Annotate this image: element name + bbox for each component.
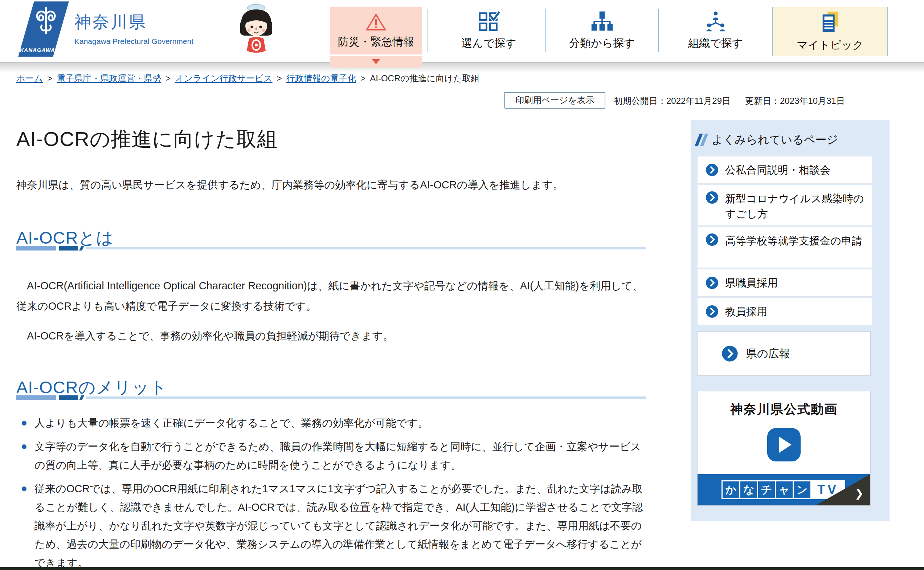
double-slash-icon [697, 133, 706, 146]
page-title: AI-OCRの推進に向けた取組 [16, 126, 278, 153]
bullet-icon [22, 486, 26, 491]
heading-rule [16, 245, 646, 251]
circle-chevron-icon [705, 191, 719, 204]
list-item-text: 人よりも大量の帳票を速く正確にデータ化することで、業務の効率化が可能です。 [34, 414, 428, 432]
banner-char-box: ン [792, 480, 811, 499]
circle-chevron-icon [705, 233, 719, 246]
nav-choose-label: 選んで探す [461, 36, 516, 51]
sidebar-item-label: 公私合同説明・相談会 [725, 162, 831, 178]
sidebar-item-label: 県職員採用 [725, 275, 778, 290]
circle-chevron-icon [722, 345, 738, 362]
popular-pages-list: 公私合同説明・相談会 新型コロナウイルス感染時のすごし方 高等学校等就学支援金の… [691, 156, 872, 325]
kanagawa-emblem-icon [34, 6, 58, 35]
print-page-button[interactable]: 印刷用ページを表示 [505, 92, 605, 109]
nav-mytopic-label: マイトピック [797, 38, 863, 53]
header-shadow-band [0, 63, 924, 72]
nav-category-label: 分類から探す [569, 36, 635, 51]
prefecture-pr-link[interactable]: 県の広報 [697, 331, 870, 376]
breadcrumb-link-online-services[interactable]: オンライン行政サービス [175, 73, 272, 84]
paragraph: AI-OCR(Artificial Intelligence Optical C… [16, 276, 650, 316]
nav-choose[interactable]: 選んで探す [433, 0, 545, 61]
sidebar-item-teacher-recruitment[interactable]: 教員採用 [697, 298, 872, 325]
official-video-widget[interactable]: 神奈川県公式動画 か な チ ャ ン TV ❯ [697, 391, 870, 506]
sidebar-item-joint-briefing[interactable]: 公私合同説明・相談会 [697, 156, 872, 184]
bullet-icon [22, 444, 26, 449]
nav-emergency[interactable]: 防災・緊急情報 [330, 7, 422, 54]
nav-emergency-expander[interactable] [330, 56, 422, 67]
grid-check-icon [477, 11, 500, 32]
sidebar-item-tuition-support[interactable]: 高等学校等就学支援金の申請 [697, 227, 872, 268]
popular-pages-title: よくみられているページ [712, 132, 838, 147]
site-name-japanese: 神奈川県 [74, 11, 193, 34]
sidebar-item-covid[interactable]: 新型コロナウイルス感染時のすごし方 [697, 185, 872, 226]
breadcrumb-link-home[interactable]: ホーム [16, 73, 43, 84]
play-icon [779, 437, 791, 453]
warning-triangle-icon [366, 13, 387, 32]
intro-paragraph: 神奈川県は、質の高い県民サービスを提供するため、庁内業務等の効率化に寄与するAI… [16, 177, 648, 193]
play-button[interactable] [767, 428, 801, 461]
site-header: KANAGAWA 神奈川県 Kanagawa Prefectural Gover… [0, 0, 924, 63]
updated-date: 更新日：2023年10月31日 [745, 95, 845, 107]
kanagawa-logo[interactable]: KANAGAWA [18, 2, 69, 57]
heading-rule [16, 395, 646, 400]
sidebar-item-label: 高等学校等就学支援金の申請 [725, 233, 862, 248]
list-item: 文字等のデータ化を自動で行うことができるため、職員の作業時間を大幅に短縮すると同… [22, 437, 650, 475]
circle-chevron-icon [705, 276, 719, 290]
nav-organization-label: 組織で探す [688, 36, 743, 51]
nav-emergency-label: 防災・緊急情報 [338, 34, 414, 49]
document-icon [820, 11, 841, 34]
nav-mytopic[interactable]: マイトピック [772, 7, 888, 56]
nav-divider [428, 9, 428, 52]
chevron-right-icon: ❯ [855, 487, 864, 500]
footer-top-bar [0, 567, 924, 570]
banner-char-box: な [739, 480, 758, 499]
breadcrumb-separator: > [360, 74, 366, 84]
sidebar-item-label: 新型コロナウイルス感染時のすごし方 [725, 191, 868, 221]
nav-organization[interactable]: 組織で探す [659, 0, 772, 61]
video-widget-title: 神奈川県公式動画 [698, 401, 870, 418]
breadcrumb: ホーム > 電子県庁・県政運営・県勢 > オンライン行政サービス > 行政情報の… [16, 73, 480, 84]
organization-people-icon [704, 11, 727, 32]
breadcrumb-current: AI-OCRの推進に向けた取組 [370, 73, 479, 84]
banner-char-box: ャ [775, 480, 794, 499]
category-tree-icon [591, 11, 613, 32]
site-name-english: Kanagawa Prefectural Government [74, 37, 193, 46]
breadcrumb-separator: > [277, 74, 282, 84]
bullet-icon [22, 421, 26, 426]
breadcrumb-link-digitalization[interactable]: 行政情報の電子化 [286, 73, 356, 84]
site-logo-text[interactable]: 神奈川県 Kanagawa Prefectural Government [74, 11, 193, 46]
merit-list: 人よりも大量の帳票を速く正確にデータ化することで、業務の効率化が可能です。 文字… [22, 414, 650, 570]
circle-chevron-icon [705, 163, 719, 176]
chevron-down-icon [372, 59, 380, 64]
breadcrumb-link-egov[interactable]: 電子県庁・県政運営・県勢 [57, 73, 161, 84]
paragraph: AI-OCRを導入することで、事務の効率化や職員の負担軽減が期待できます。 [16, 326, 650, 346]
kanachan-tv-banner[interactable]: か な チ ャ ン TV ❯ [698, 474, 870, 506]
sidebar-item-staff-recruitment[interactable]: 県職員採用 [697, 269, 872, 297]
page: KANAGAWA 神奈川県 Kanagawa Prefectural Gover… [0, 0, 924, 570]
sidebar-item-label: 教員採用 [725, 304, 767, 319]
mascot-character [236, 2, 277, 60]
list-item-text: 文字等のデータ化を自動で行うことができるため、職員の作業時間を大幅に短縮すると同… [34, 437, 650, 475]
prefecture-pr-label: 県の広報 [746, 346, 790, 361]
nav-divider [658, 9, 659, 52]
banner-char-box: か [722, 480, 740, 499]
banner-char-box: チ [757, 480, 776, 499]
circle-chevron-icon [705, 305, 719, 318]
breadcrumb-separator: > [165, 74, 171, 84]
list-item-text: 従来のOCRでは、専用のOCR用紙に印刷された1マス1マスに1文字ずつ記入するこ… [34, 480, 650, 570]
list-item: 従来のOCRでは、専用のOCR用紙に印刷された1マス1マスに1文字ずつ記入するこ… [22, 480, 650, 570]
breadcrumb-separator: > [47, 74, 52, 84]
popular-pages-heading: よくみられているページ [691, 120, 890, 156]
list-item: 人よりも大量の帳票を速く正確にデータ化することで、業務の効率化が可能です。 [22, 414, 650, 432]
page-dates: 初期公開日：2022年11月29日 更新日：2023年10月31日 [614, 95, 845, 107]
logo-kanagawa-text: KANAGAWA [20, 47, 55, 53]
published-date: 初期公開日：2022年11月29日 [614, 95, 731, 107]
nav-category[interactable]: 分類から探す [546, 0, 658, 61]
